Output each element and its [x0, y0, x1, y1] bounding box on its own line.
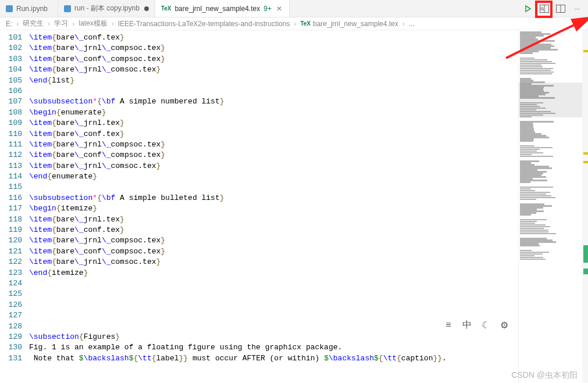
overview-ruler[interactable] — [582, 30, 588, 383]
crumb[interactable]: ... — [409, 20, 415, 28]
tab-run-copy-ipynb[interactable]: run - 副本 copy.ipynb — [58, 0, 155, 17]
more-actions-icon[interactable]: ··· — [572, 3, 582, 14]
crumb[interactable]: latex模板 — [79, 19, 107, 28]
align-icon[interactable]: ≡ — [443, 319, 454, 331]
crumb[interactable]: IEEE-Transactions-LaTeX2e-templates-and-… — [118, 20, 290, 28]
line-number-gutter: 1011021031041051061071081091101111121131… — [0, 30, 29, 383]
jupyter-icon — [6, 5, 13, 12]
tab-bare-jrnl-tex[interactable]: TeX bare_jrnl_new_sample4.tex 9+ ✕ — [155, 0, 290, 17]
close-icon[interactable]: ✕ — [275, 5, 283, 13]
dirty-indicator-icon — [144, 6, 149, 11]
tex-icon: TeX — [161, 5, 172, 12]
preview-side-icon[interactable] — [539, 3, 550, 14]
crumb[interactable]: E: — [6, 20, 12, 28]
latex-toolbar: ≡ 中 ☾ ⚙ — [440, 318, 512, 332]
problems-badge: 9+ — [263, 5, 272, 13]
svg-line-3 — [543, 9, 544, 10]
run-icon[interactable] — [523, 3, 533, 14]
moon-icon[interactable]: ☾ — [480, 319, 491, 331]
tex-icon: TeX — [300, 20, 311, 27]
tab-label: Run.ipynb — [16, 5, 48, 13]
language-icon[interactable]: 中 — [461, 319, 473, 331]
tab-run-ipynb[interactable]: Run.ipynb — [0, 0, 58, 17]
crumb[interactable]: 学习 — [54, 19, 68, 28]
crumb[interactable]: bare_jrnl_new_sample4.tex — [313, 20, 398, 28]
svg-point-2 — [541, 8, 543, 10]
minimap[interactable] — [518, 30, 588, 383]
breadcrumb[interactable]: E:› 研究生› 学习› latex模板› IEEE-Transactions-… — [0, 17, 588, 30]
jupyter-icon — [64, 5, 71, 12]
tab-bar: Run.ipynb run - 副本 copy.ipynb TeX bare_j… — [0, 0, 588, 17]
tab-actions: ··· — [523, 0, 588, 17]
code-content[interactable]: \item{bare\_conf.tex}\item{bare\_jrnl\_c… — [29, 30, 447, 383]
tab-label: run - 副本 copy.ipynb — [74, 3, 140, 13]
split-editor-icon[interactable] — [555, 3, 566, 14]
tab-label: bare_jrnl_new_sample4.tex — [174, 5, 260, 13]
gear-icon[interactable]: ⚙ — [498, 319, 510, 331]
crumb[interactable]: 研究生 — [23, 19, 44, 28]
